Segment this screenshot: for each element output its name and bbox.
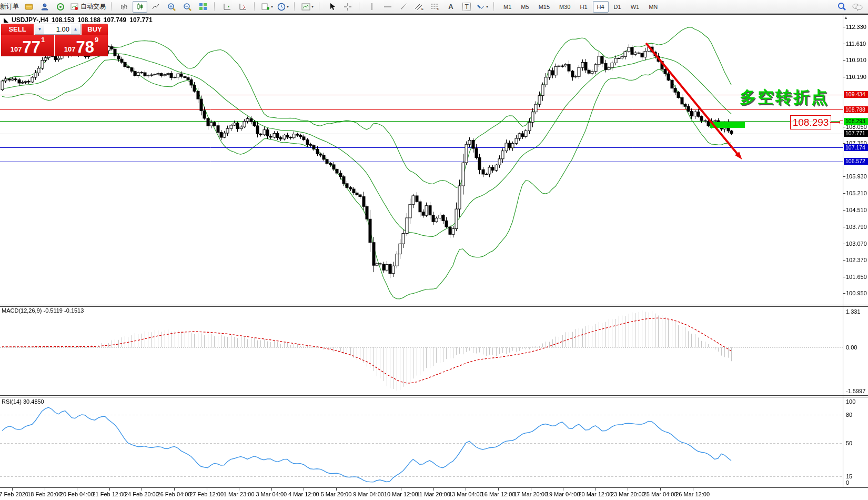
search-icon[interactable] — [834, 1, 849, 13]
ohlc-open: 108.153 — [52, 16, 74, 24]
rsi-name: RSI(14) — [2, 398, 22, 405]
period-clock-icon[interactable]: ▾ — [276, 1, 290, 13]
rsi-label: RSI(14) 30.4850 — [2, 398, 44, 405]
chart-symbol-icon — [4, 18, 8, 23]
profile-icon[interactable] — [37, 1, 52, 13]
sell-price-point: 1 — [41, 36, 45, 44]
sell-price-pips: 77 — [22, 40, 40, 55]
svg-text:E: E — [421, 7, 423, 11]
callout-anchor-square — [840, 121, 843, 124]
volume-decrease-button[interactable]: ▼ — [35, 24, 44, 34]
axis-scroll-arrow[interactable]: ▲ — [844, 15, 848, 20]
trendline-icon[interactable] — [396, 1, 411, 13]
time-tick-label: 26 Mar 12:00 — [675, 491, 710, 497]
time-tick-label: 4 Mar 12:00 — [288, 491, 319, 497]
time-tick-label: 23 Mar 20:00 — [611, 491, 645, 497]
chat-icon[interactable] — [850, 1, 865, 13]
indicators-icon[interactable]: ▾ — [300, 1, 315, 13]
horizontal-line-icon[interactable] — [380, 1, 395, 13]
sell-button[interactable]: SELL — [1, 24, 34, 35]
buy-price-point: 9 — [95, 36, 98, 44]
price-level-label: 107.174 — [844, 144, 868, 151]
time-tick-label: 5 Mar 20:00 — [321, 491, 352, 497]
tile-windows-icon[interactable] — [196, 1, 210, 13]
price-level-label: 107.771 — [844, 130, 868, 137]
new-chart-icon[interactable]: ▾ — [260, 1, 275, 13]
time-tick-label: 20 Feb 04:00 — [60, 491, 94, 497]
text-label-icon[interactable]: T — [459, 1, 474, 13]
sell-price-figure: 107 — [11, 45, 22, 53]
text-icon[interactable]: A — [443, 1, 458, 13]
buy-button[interactable]: BUY — [82, 24, 108, 35]
chart-canvas[interactable] — [0, 0, 868, 500]
buy-price[interactable]: 107 78 9 — [55, 35, 108, 56]
macd-label: MACD(12,26,9) -0.5119 -0.1513 — [2, 307, 84, 314]
zoom-in-icon[interactable] — [164, 1, 179, 13]
equidistant-channel-icon[interactable]: E — [412, 1, 427, 13]
chart-shift-icon[interactable] — [236, 1, 250, 13]
fibonacci-icon[interactable]: F — [428, 1, 442, 13]
timeframe-group: M1M5M15M30H1H4D1W1MN — [499, 1, 662, 13]
rsi-axis-label: 0 — [846, 479, 868, 486]
timeframe-m1[interactable]: M1 — [499, 1, 516, 13]
price-tick-label: 108.050 — [846, 124, 868, 130]
price-tick-label: 111.610 — [846, 41, 868, 47]
timeframe-m5[interactable]: M5 — [517, 1, 533, 13]
price-level-label: 108.293 — [844, 118, 868, 125]
auto-scroll-icon[interactable] — [220, 1, 235, 13]
price-level-label: 108.788 — [844, 106, 868, 113]
candlestick-chart-icon[interactable] — [133, 1, 147, 13]
time-tick-label: 24 Feb 20:00 — [125, 491, 159, 497]
bar-chart-icon[interactable] — [117, 1, 132, 13]
timeframe-mn[interactable]: MN — [644, 1, 662, 13]
line-chart-icon[interactable] — [148, 1, 163, 13]
time-tick-label: 17 Mar 20:00 — [513, 491, 548, 497]
vertical-line-icon[interactable] — [365, 1, 379, 13]
price-tick-label: 105.210 — [846, 190, 868, 196]
turning-point-annotation[interactable]: 多空转折点 — [740, 86, 829, 108]
volume-input[interactable] — [44, 25, 71, 34]
auto-trading-button[interactable]: 自动交易 — [69, 1, 107, 13]
time-tick-label: 20 Mar 12:00 — [578, 491, 612, 497]
timeframe-d1[interactable]: D1 — [610, 1, 625, 13]
time-tick-label: 17 Feb 2020 — [0, 491, 28, 497]
timeframe-h4[interactable]: H4 — [593, 1, 609, 13]
time-tick-label: 27 Feb 12:00 — [189, 491, 224, 497]
volume-stepper: ▼ ▲ — [35, 24, 80, 35]
sell-price[interactable]: 107 77 1 — [1, 35, 54, 56]
time-tick-label: 1 Mar 23:00 — [224, 491, 255, 497]
chevron-down-icon: ▾ — [311, 4, 314, 9]
price-tick-label: 102.370 — [846, 257, 868, 263]
toolbar-separator — [493, 2, 497, 11]
zoom-out-icon[interactable] — [180, 1, 195, 13]
time-tick-label: 21 Feb 12:00 — [92, 491, 126, 497]
timeframe-h1[interactable]: H1 — [576, 1, 591, 13]
history-center-icon[interactable] — [22, 1, 36, 13]
timeframe-m15[interactable]: M15 — [534, 1, 554, 13]
time-tick-label: 25 Mar 04:00 — [643, 491, 678, 497]
price-tick-label: 100.950 — [846, 290, 868, 296]
price-callout-box[interactable]: 108.293 — [790, 115, 831, 129]
price-tick-label: 104.510 — [846, 207, 868, 213]
macd-name: MACD(12,26,9) — [2, 307, 42, 314]
time-tick-label: 11 Mar 20:00 — [417, 491, 450, 497]
price-level-label: 109.434 — [844, 91, 868, 98]
toolbar-separator — [359, 2, 362, 11]
cursor-icon[interactable] — [325, 1, 339, 13]
time-tick-label: 26 Feb 04:00 — [157, 491, 191, 497]
rsi-axis-label: 80 — [846, 412, 868, 418]
macd-axis-label: 1.331 — [846, 308, 868, 315]
crosshair-icon[interactable] — [340, 1, 355, 13]
timeframe-m30[interactable]: M30 — [555, 1, 574, 13]
time-tick-label: 10 Mar 12:00 — [384, 491, 418, 497]
toolbar: 新订单 自动交易 ▾ ▾ — [0, 0, 868, 14]
svg-text:F: F — [437, 7, 439, 11]
arrows-shapes-icon[interactable]: ▾ — [475, 1, 490, 13]
signal-icon[interactable] — [53, 1, 68, 13]
ohlc-close: 107.771 — [129, 16, 152, 24]
timeframe-w1[interactable]: W1 — [627, 1, 644, 13]
volume-increase-button[interactable]: ▲ — [71, 24, 80, 34]
time-tick-label: 13 Mar 04:00 — [449, 491, 483, 497]
time-tick-label: 18 Feb 20:00 — [27, 491, 62, 497]
new-order-button[interactable]: 新订单 — [0, 1, 21, 13]
